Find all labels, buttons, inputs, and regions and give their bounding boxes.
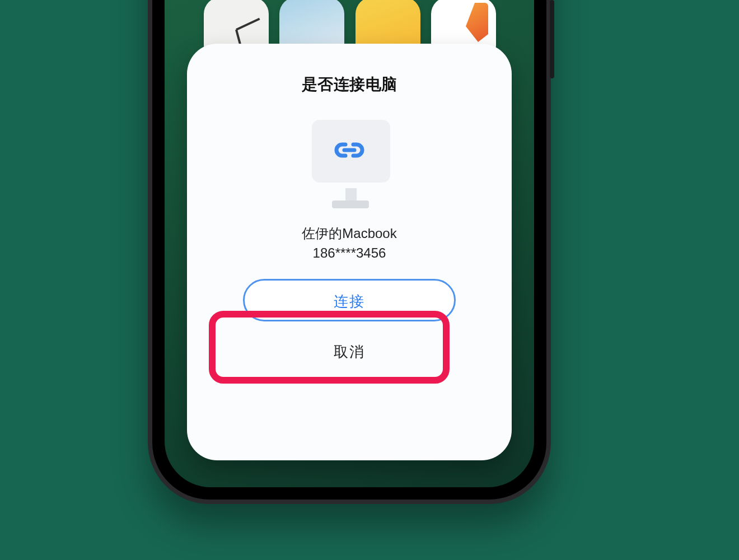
link-icon xyxy=(332,140,367,162)
device-name: 佐伊的Macbook xyxy=(204,224,495,244)
side-button xyxy=(550,0,554,78)
cancel-button[interactable]: 取消 xyxy=(330,342,368,362)
monitor-stand xyxy=(332,200,369,208)
connect-button[interactable]: 连接 xyxy=(243,279,456,321)
dialog-title: 是否连接电脑 xyxy=(204,74,495,95)
monitor-neck xyxy=(345,188,357,202)
phone-screen: 是否连接电脑 佐伊的Macbook 186****3456 xyxy=(165,0,534,487)
connect-dialog: 是否连接电脑 佐伊的Macbook 186****3456 xyxy=(187,44,512,460)
device-illustration xyxy=(302,116,397,212)
phone-frame: 是否连接电脑 佐伊的Macbook 186****3456 xyxy=(148,0,551,504)
device-phone: 186****3456 xyxy=(204,244,495,263)
